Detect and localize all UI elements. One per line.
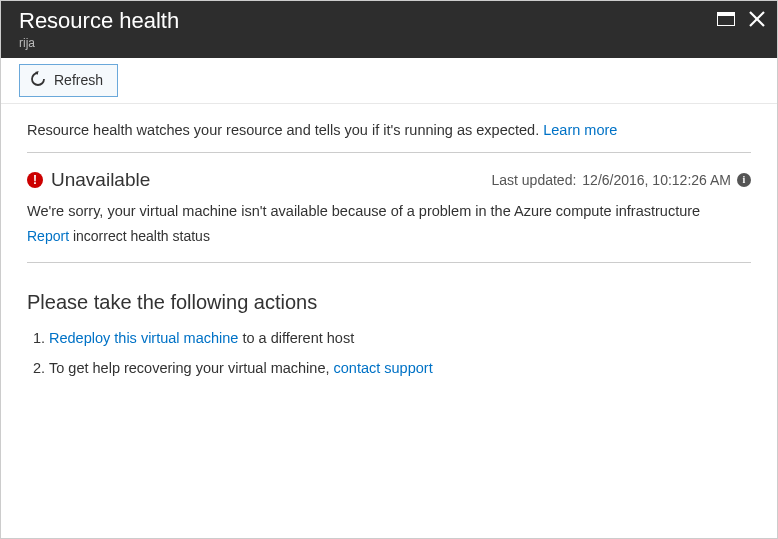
actions-list: Redeploy this virtual machine to a diffe… bbox=[27, 330, 751, 376]
status-message: We're sorry, your virtual machine isn't … bbox=[27, 201, 751, 222]
action-2-pre: To get help recovering your virtual mach… bbox=[49, 360, 334, 376]
restore-icon[interactable] bbox=[717, 12, 735, 30]
status-name: Unavailable bbox=[51, 169, 150, 191]
toolbar: Refresh bbox=[1, 58, 777, 104]
info-icon[interactable]: i bbox=[737, 173, 751, 187]
last-updated-label: Last updated: bbox=[491, 172, 576, 188]
contact-support-link[interactable]: contact support bbox=[334, 360, 433, 376]
learn-more-link[interactable]: Learn more bbox=[543, 122, 617, 138]
refresh-icon bbox=[30, 71, 46, 90]
action-1-rest: to a different host bbox=[238, 330, 354, 346]
action-item-1: Redeploy this virtual machine to a diffe… bbox=[49, 330, 751, 346]
action-item-2: To get help recovering your virtual mach… bbox=[49, 360, 751, 376]
last-updated-value: 12/6/2016, 10:12:26 AM bbox=[582, 172, 731, 188]
status-section: ! Unavailable Last updated: 12/6/2016, 1… bbox=[27, 153, 751, 263]
intro-message: Resource health watches your resource an… bbox=[27, 122, 543, 138]
close-icon[interactable] bbox=[749, 11, 765, 31]
report-rest: incorrect health status bbox=[69, 228, 210, 244]
intro-text: Resource health watches your resource an… bbox=[27, 122, 751, 153]
report-link[interactable]: Report bbox=[27, 228, 69, 244]
refresh-label: Refresh bbox=[54, 72, 103, 88]
svg-rect-1 bbox=[717, 12, 735, 16]
error-icon: ! bbox=[27, 172, 43, 188]
page-title: Resource health bbox=[19, 7, 179, 36]
blade-header: Resource health rija bbox=[1, 1, 777, 58]
redeploy-link[interactable]: Redeploy this virtual machine bbox=[49, 330, 238, 346]
resource-name: rija bbox=[19, 36, 179, 50]
actions-heading: Please take the following actions bbox=[27, 291, 751, 314]
refresh-button[interactable]: Refresh bbox=[19, 64, 118, 97]
